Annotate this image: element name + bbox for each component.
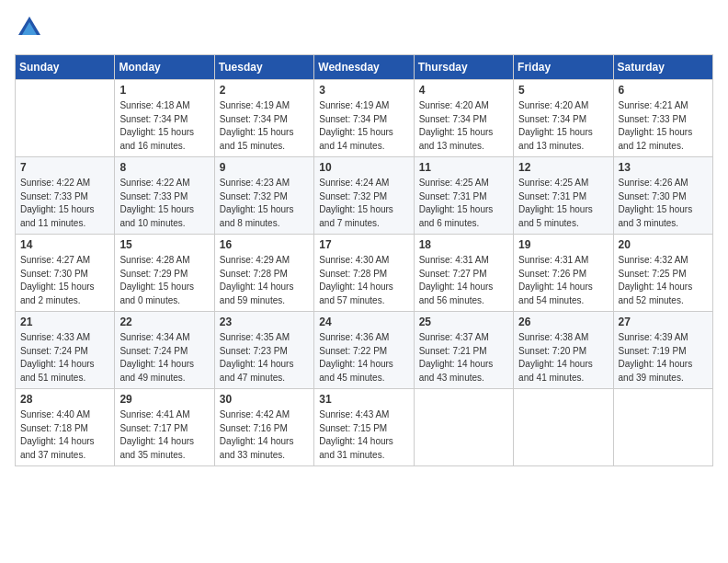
day-info: Sunrise: 4:27 AM Sunset: 7:30 PM Dayligh… [20, 254, 109, 307]
day-number: 19 [518, 238, 608, 251]
calendar-cell: 17Sunrise: 4:30 AM Sunset: 7:28 PM Dayli… [314, 235, 414, 312]
day-info: Sunrise: 4:31 AM Sunset: 7:27 PM Dayligh… [419, 254, 508, 307]
weekday-header-row: SundayMondayTuesdayWednesdayThursdayFrid… [16, 55, 713, 80]
day-number: 12 [518, 161, 608, 174]
day-number: 1 [119, 84, 209, 97]
day-info: Sunrise: 4:31 AM Sunset: 7:26 PM Dayligh… [518, 254, 608, 307]
day-number: 24 [319, 316, 408, 328]
weekday-header-saturday: Saturday [613, 55, 712, 80]
weekday-header-wednesday: Wednesday [314, 55, 414, 80]
day-info: Sunrise: 4:37 AM Sunset: 7:21 PM Dayligh… [419, 331, 508, 385]
calendar-cell: 10Sunrise: 4:24 AM Sunset: 7:32 PM Dayli… [314, 157, 414, 235]
day-number: 4 [419, 84, 508, 97]
day-info: Sunrise: 4:22 AM Sunset: 7:33 PM Dayligh… [119, 177, 209, 230]
calendar-cell: 28Sunrise: 4:40 AM Sunset: 7:18 PM Dayli… [16, 389, 115, 466]
calendar-cell: 31Sunrise: 4:43 AM Sunset: 7:15 PM Dayli… [314, 389, 414, 466]
day-info: Sunrise: 4:28 AM Sunset: 7:29 PM Dayligh… [119, 254, 209, 307]
calendar-cell: 26Sunrise: 4:38 AM Sunset: 7:20 PM Dayli… [514, 312, 613, 389]
calendar-cell: 25Sunrise: 4:37 AM Sunset: 7:21 PM Dayli… [414, 312, 513, 389]
header [15, 15, 713, 45]
day-info: Sunrise: 4:39 AM Sunset: 7:19 PM Dayligh… [619, 331, 708, 385]
calendar-cell: 5Sunrise: 4:20 AM Sunset: 7:34 PM Daylig… [514, 80, 613, 157]
calendar-cell: 18Sunrise: 4:31 AM Sunset: 7:27 PM Dayli… [414, 235, 513, 312]
calendar-cell [16, 80, 115, 157]
calendar-cell: 27Sunrise: 4:39 AM Sunset: 7:19 PM Dayli… [613, 312, 712, 389]
calendar-cell: 21Sunrise: 4:33 AM Sunset: 7:24 PM Dayli… [16, 312, 115, 389]
logo-icon [17, 15, 42, 40]
day-number: 25 [419, 316, 508, 328]
day-info: Sunrise: 4:26 AM Sunset: 7:30 PM Dayligh… [619, 177, 708, 230]
day-number: 14 [20, 238, 109, 251]
weekday-header-monday: Monday [115, 55, 214, 80]
day-info: Sunrise: 4:25 AM Sunset: 7:31 PM Dayligh… [419, 177, 508, 230]
day-number: 8 [119, 161, 209, 174]
calendar-cell [414, 389, 513, 466]
calendar-cell: 14Sunrise: 4:27 AM Sunset: 7:30 PM Dayli… [16, 235, 115, 312]
logo [15, 15, 42, 45]
calendar-cell: 20Sunrise: 4:32 AM Sunset: 7:25 PM Dayli… [613, 235, 712, 312]
day-info: Sunrise: 4:20 AM Sunset: 7:34 PM Dayligh… [419, 99, 508, 153]
day-info: Sunrise: 4:40 AM Sunset: 7:18 PM Dayligh… [20, 408, 109, 462]
day-number: 10 [319, 161, 408, 174]
day-info: Sunrise: 4:32 AM Sunset: 7:25 PM Dayligh… [619, 254, 708, 307]
calendar-cell: 23Sunrise: 4:35 AM Sunset: 7:23 PM Dayli… [214, 312, 313, 389]
day-number: 18 [419, 238, 508, 251]
day-number: 3 [319, 84, 408, 97]
weekday-header-thursday: Thursday [414, 55, 513, 80]
day-number: 5 [518, 84, 608, 97]
day-info: Sunrise: 4:21 AM Sunset: 7:33 PM Dayligh… [619, 99, 708, 153]
day-number: 31 [319, 393, 408, 406]
calendar-cell [514, 389, 613, 466]
calendar-cell: 6Sunrise: 4:21 AM Sunset: 7:33 PM Daylig… [613, 80, 712, 157]
calendar-cell: 24Sunrise: 4:36 AM Sunset: 7:22 PM Dayli… [314, 312, 414, 389]
day-info: Sunrise: 4:20 AM Sunset: 7:34 PM Dayligh… [518, 99, 608, 153]
day-info: Sunrise: 4:36 AM Sunset: 7:22 PM Dayligh… [319, 331, 408, 385]
day-number: 30 [220, 393, 309, 406]
day-number: 13 [619, 161, 708, 174]
week-row-3: 14Sunrise: 4:27 AM Sunset: 7:30 PM Dayli… [16, 235, 713, 312]
calendar-cell: 2Sunrise: 4:19 AM Sunset: 7:34 PM Daylig… [214, 80, 313, 157]
day-number: 26 [518, 316, 608, 328]
day-info: Sunrise: 4:29 AM Sunset: 7:28 PM Dayligh… [220, 254, 309, 307]
calendar-cell: 7Sunrise: 4:22 AM Sunset: 7:33 PM Daylig… [16, 157, 115, 235]
day-info: Sunrise: 4:30 AM Sunset: 7:28 PM Dayligh… [319, 254, 408, 307]
week-row-2: 7Sunrise: 4:22 AM Sunset: 7:33 PM Daylig… [16, 157, 713, 235]
day-number: 17 [319, 238, 408, 251]
day-number: 20 [619, 238, 708, 251]
calendar-cell [613, 389, 712, 466]
day-info: Sunrise: 4:33 AM Sunset: 7:24 PM Dayligh… [20, 331, 109, 385]
calendar-cell: 29Sunrise: 4:41 AM Sunset: 7:17 PM Dayli… [115, 389, 214, 466]
calendar-cell: 15Sunrise: 4:28 AM Sunset: 7:29 PM Dayli… [115, 235, 214, 312]
day-number: 16 [220, 238, 309, 251]
weekday-header-sunday: Sunday [16, 55, 115, 80]
calendar-cell: 11Sunrise: 4:25 AM Sunset: 7:31 PM Dayli… [414, 157, 513, 235]
week-row-1: 1Sunrise: 4:18 AM Sunset: 7:34 PM Daylig… [16, 80, 713, 157]
day-info: Sunrise: 4:42 AM Sunset: 7:16 PM Dayligh… [220, 408, 309, 462]
day-info: Sunrise: 4:25 AM Sunset: 7:31 PM Dayligh… [518, 177, 608, 230]
calendar-cell: 3Sunrise: 4:19 AM Sunset: 7:34 PM Daylig… [314, 80, 414, 157]
day-info: Sunrise: 4:22 AM Sunset: 7:33 PM Dayligh… [20, 177, 109, 230]
day-number: 27 [619, 316, 708, 328]
day-number: 6 [619, 84, 708, 97]
calendar-cell: 16Sunrise: 4:29 AM Sunset: 7:28 PM Dayli… [214, 235, 313, 312]
day-number: 7 [20, 161, 109, 174]
calendar-cell: 13Sunrise: 4:26 AM Sunset: 7:30 PM Dayli… [613, 157, 712, 235]
calendar-cell: 8Sunrise: 4:22 AM Sunset: 7:33 PM Daylig… [115, 157, 214, 235]
day-info: Sunrise: 4:23 AM Sunset: 7:32 PM Dayligh… [220, 177, 309, 230]
day-number: 29 [119, 393, 209, 406]
day-number: 22 [119, 316, 209, 328]
logo-text [15, 15, 42, 45]
day-number: 21 [20, 316, 109, 328]
day-info: Sunrise: 4:19 AM Sunset: 7:34 PM Dayligh… [319, 99, 408, 153]
day-info: Sunrise: 4:24 AM Sunset: 7:32 PM Dayligh… [319, 177, 408, 230]
day-number: 9 [220, 161, 309, 174]
day-number: 15 [119, 238, 209, 251]
calendar-cell: 4Sunrise: 4:20 AM Sunset: 7:34 PM Daylig… [414, 80, 513, 157]
week-row-5: 28Sunrise: 4:40 AM Sunset: 7:18 PM Dayli… [16, 389, 713, 466]
day-number: 11 [419, 161, 508, 174]
calendar-cell: 22Sunrise: 4:34 AM Sunset: 7:24 PM Dayli… [115, 312, 214, 389]
day-info: Sunrise: 4:41 AM Sunset: 7:17 PM Dayligh… [119, 408, 209, 462]
calendar-cell: 19Sunrise: 4:31 AM Sunset: 7:26 PM Dayli… [514, 235, 613, 312]
day-number: 28 [20, 393, 109, 406]
week-row-4: 21Sunrise: 4:33 AM Sunset: 7:24 PM Dayli… [16, 312, 713, 389]
